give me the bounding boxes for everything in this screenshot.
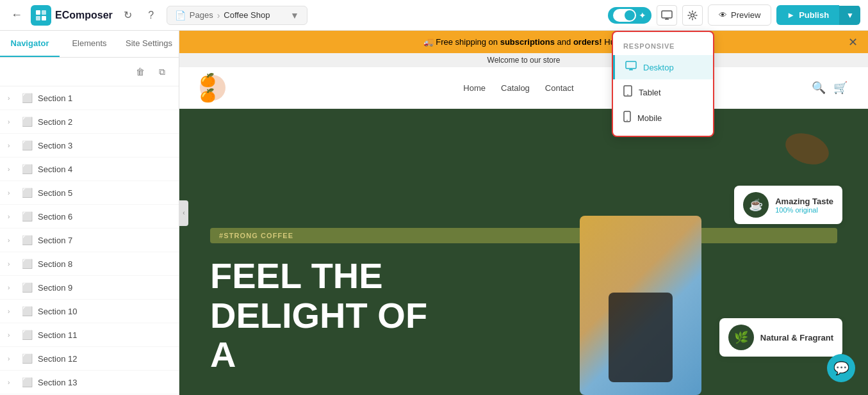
chevron-right-icon: › bbox=[8, 284, 17, 291]
cart-icon[interactable]: 🛒 bbox=[833, 81, 848, 95]
badge-title-natural: Natural & Fragrant bbox=[760, 333, 833, 343]
announcement-close-button[interactable]: ✕ bbox=[848, 35, 858, 49]
responsive-tablet-item[interactable]: Tablet bbox=[613, 79, 713, 105]
section-item-1[interactable]: › ⬜ Section 1 bbox=[0, 86, 179, 110]
hero-title-line2: DELIGHT OF bbox=[210, 296, 530, 335]
section-list: › ⬜ Section 1 › ⬜ Section 2 › ⬜ Section … bbox=[0, 86, 179, 395]
section-box-icon: ⬜ bbox=[22, 353, 33, 364]
section-label-6: Section 6 bbox=[38, 212, 72, 222]
hero-title-line3: A bbox=[210, 335, 530, 375]
section-item-3[interactable]: › ⬜ Section 3 bbox=[0, 134, 179, 157]
history-icon[interactable]: ↻ bbox=[118, 5, 138, 26]
section-box-icon: ⬜ bbox=[22, 377, 33, 387]
delete-icon[interactable]: 🗑 bbox=[131, 63, 149, 81]
store-header: 🍊🍊 Home Catalog Contact 🔍 🛒 bbox=[179, 67, 868, 109]
section-item-8[interactable]: › ⬜ Section 8 bbox=[0, 252, 179, 276]
toggle-group[interactable]: ✦ bbox=[608, 7, 651, 24]
section-item-7[interactable]: › ⬜ Section 7 bbox=[0, 229, 179, 252]
announcement-subscriptions: subscriptions bbox=[500, 37, 555, 47]
chevron-right-icon: › bbox=[8, 355, 17, 362]
badge-amazing-taste: ☕ Amazing Taste 100% original bbox=[734, 186, 842, 224]
announcement-orders: orders! bbox=[573, 37, 602, 47]
left-toolbar: 🗑 ⧉ bbox=[0, 58, 179, 86]
mobile-label: Mobile bbox=[637, 113, 662, 123]
topbar-left: ← EComposer ↻ ? bbox=[8, 5, 161, 26]
section-item-5[interactable]: › ⬜ Section 5 bbox=[0, 181, 179, 205]
section-box-icon: ⬜ bbox=[22, 211, 33, 222]
chevron-right-icon: › bbox=[8, 166, 17, 173]
section-item-9[interactable]: › ⬜ Section 9 bbox=[0, 276, 179, 300]
content-area: ‹ 🚚 Free shipping on subscriptions and o… bbox=[179, 31, 868, 395]
section-item-2[interactable]: › ⬜ Section 2 bbox=[0, 110, 179, 134]
badge-title-taste: Amazing Taste bbox=[775, 197, 833, 206]
nav-contact[interactable]: Contact bbox=[545, 83, 574, 93]
responsive-desktop-item[interactable]: Desktop bbox=[613, 55, 713, 79]
coffee-tag: #STRONG COFFEE bbox=[210, 228, 837, 243]
preview-button[interactable]: 👁 Preview bbox=[708, 4, 771, 26]
tab-elements[interactable]: Elements bbox=[60, 31, 119, 57]
section-item-4[interactable]: › ⬜ Section 4 bbox=[0, 157, 179, 181]
chat-bubble[interactable]: 💬 bbox=[827, 354, 855, 382]
section-item-6[interactable]: › ⬜ Section 6 bbox=[0, 205, 179, 229]
section-item-12[interactable]: › ⬜ Section 12 bbox=[0, 347, 179, 371]
nav-catalog[interactable]: Catalog bbox=[501, 83, 530, 93]
collapse-handle[interactable]: ‹ bbox=[179, 200, 188, 226]
section-box-icon: ⬜ bbox=[22, 306, 33, 316]
preview-label: Preview bbox=[731, 10, 760, 20]
chevron-right-icon: › bbox=[8, 118, 17, 125]
badge-subtitle-taste: 100% original bbox=[775, 206, 833, 214]
badge-icon-taste: ☕ bbox=[743, 192, 769, 218]
nav-home[interactable]: Home bbox=[463, 83, 486, 93]
back-button[interactable]: ← bbox=[8, 6, 26, 24]
chevron-right-icon: › bbox=[8, 308, 17, 315]
publish-button[interactable]: ► Publish bbox=[776, 5, 839, 25]
toggle-switch[interactable] bbox=[613, 9, 636, 22]
svg-point-14 bbox=[626, 120, 628, 121]
chevron-right-icon: › bbox=[8, 189, 17, 197]
publish-dropdown-button[interactable]: ▼ bbox=[839, 6, 860, 25]
tablet-icon bbox=[623, 85, 632, 99]
section-item-10[interactable]: › ⬜ Section 10 bbox=[0, 300, 179, 323]
svg-point-12 bbox=[627, 94, 628, 95]
publish-button-group: ► Publish ▼ bbox=[776, 5, 860, 25]
section-label-8: Section 8 bbox=[38, 259, 72, 269]
section-item-11[interactable]: › ⬜ Section 11 bbox=[0, 323, 179, 347]
chevron-right-icon: › bbox=[8, 379, 17, 386]
responsive-mobile-item[interactable]: Mobile bbox=[613, 105, 713, 131]
breadcrumb[interactable]: 📄 Pages › Coffee Shop ▼ bbox=[167, 6, 307, 25]
hero-product-image bbox=[580, 216, 701, 395]
chevron-right-icon: › bbox=[8, 332, 17, 339]
logo: EComposer bbox=[31, 5, 113, 26]
tab-navigator[interactable]: Navigator bbox=[0, 31, 60, 57]
section-label-3: Section 3 bbox=[38, 141, 72, 150]
section-label-9: Section 9 bbox=[38, 283, 72, 293]
announcement-and: and bbox=[557, 37, 573, 47]
store-nav: Home Catalog Contact bbox=[463, 83, 573, 93]
help-icon[interactable]: ? bbox=[141, 5, 161, 26]
tab-site-settings[interactable]: Site Settings bbox=[119, 31, 179, 57]
star-icon: ✦ bbox=[639, 10, 646, 20]
logo-text: EComposer bbox=[55, 10, 113, 21]
section-box-icon: ⬜ bbox=[22, 282, 33, 293]
hero-title-line1: FEEL THE bbox=[210, 256, 530, 296]
search-icon[interactable]: 🔍 bbox=[812, 81, 826, 95]
section-item-13[interactable]: › ⬜ Section 13 bbox=[0, 371, 179, 394]
device-button[interactable] bbox=[657, 5, 677, 26]
desktop-label: Desktop bbox=[643, 63, 674, 72]
duplicate-icon[interactable]: ⧉ bbox=[153, 63, 171, 81]
topbar-icons: ↻ ? bbox=[118, 5, 161, 26]
send-icon: ► bbox=[787, 10, 795, 20]
section-box-icon: ⬜ bbox=[22, 140, 33, 150]
section-box-icon: ⬜ bbox=[22, 259, 33, 269]
desktop-icon bbox=[625, 61, 637, 74]
svg-rect-3 bbox=[42, 16, 46, 20]
section-box-icon: ⬜ bbox=[22, 330, 33, 340]
section-box-icon: ⬜ bbox=[22, 235, 33, 245]
svg-rect-4 bbox=[662, 11, 672, 18]
topbar-right: ✦ 👁 Preview ► Publish bbox=[608, 4, 860, 26]
svg-rect-0 bbox=[36, 10, 40, 15]
section-label-4: Section 4 bbox=[38, 165, 72, 174]
settings-button[interactable] bbox=[682, 5, 703, 26]
chevron-right-icon: › bbox=[8, 213, 17, 220]
left-tabs: Navigator Elements Site Settings bbox=[0, 31, 179, 58]
